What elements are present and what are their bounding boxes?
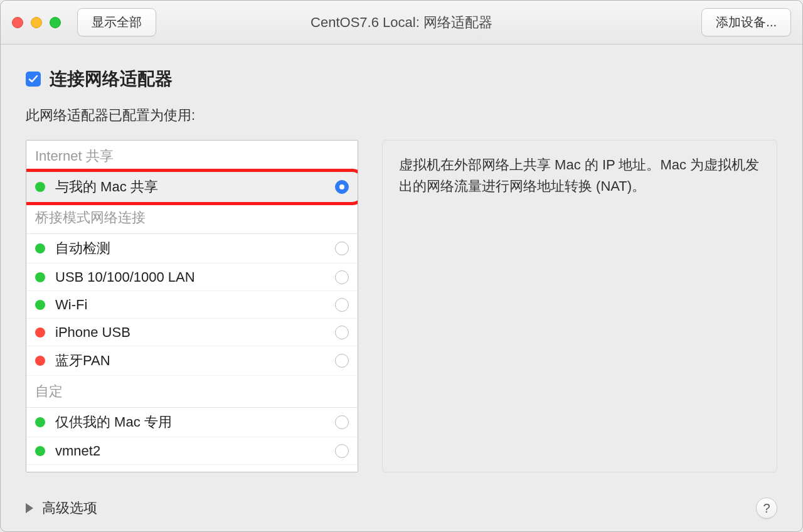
network-option-radio[interactable] xyxy=(335,242,349,255)
group-header: 桥接模式网络连接 xyxy=(26,202,358,234)
network-options-list: Internet 共享与我的 Mac 共享桥接模式网络连接自动检测USB 10/… xyxy=(26,140,358,472)
option-description-panel: 虚拟机在外部网络上共享 Mac 的 IP 地址。Mac 为虚拟机发出的网络流量进… xyxy=(382,140,777,472)
network-option-label: iPhone USB xyxy=(55,324,325,341)
network-option-label: 蓝牙PAN xyxy=(55,351,325,370)
status-dot-icon xyxy=(35,446,45,456)
status-dot-icon xyxy=(35,182,45,192)
network-option-radio[interactable] xyxy=(335,180,349,194)
config-description: 此网络适配器已配置为使用: xyxy=(26,106,777,125)
add-device-button[interactable]: 添加设备... xyxy=(701,8,791,36)
network-option-radio[interactable] xyxy=(335,326,349,339)
network-option-label: 自动检测 xyxy=(55,239,325,258)
network-option-row[interactable]: Wi-Fi xyxy=(26,291,358,319)
status-dot-icon xyxy=(35,272,45,282)
advanced-options-disclosure[interactable]: 高级选项 xyxy=(26,499,97,518)
network-option-row[interactable]: 与我的 Mac 共享 xyxy=(26,173,358,202)
network-option-row[interactable]: 仅供我的 Mac 专用 xyxy=(26,408,358,437)
group-header: Internet 共享 xyxy=(26,141,358,173)
check-icon xyxy=(28,74,38,84)
network-option-label: vmnet2 xyxy=(55,443,325,459)
network-option-label: Wi-Fi xyxy=(55,297,325,313)
connect-adapter-label: 连接网络适配器 xyxy=(50,67,173,91)
window-controls xyxy=(12,17,61,28)
network-option-row[interactable]: iPhone USB xyxy=(26,319,358,346)
close-icon[interactable] xyxy=(12,17,23,28)
status-dot-icon xyxy=(35,243,45,253)
network-option-row[interactable]: USB 10/100/1000 LAN xyxy=(26,263,358,291)
network-option-row[interactable]: 蓝牙PAN xyxy=(26,346,358,376)
status-dot-icon xyxy=(35,356,45,366)
network-option-row[interactable]: 自动检测 xyxy=(26,234,358,263)
help-button[interactable]: ? xyxy=(756,497,777,519)
advanced-options-label: 高级选项 xyxy=(42,499,97,518)
network-option-label: 与我的 Mac 共享 xyxy=(55,178,325,196)
connect-adapter-row: 连接网络适配器 xyxy=(26,67,777,91)
network-option-label: 仅供我的 Mac 专用 xyxy=(55,413,325,432)
network-option-radio[interactable] xyxy=(335,270,349,284)
group-header: 自定 xyxy=(26,376,358,408)
settings-window: 显示全部 CentOS7.6 Local: 网络适配器 添加设备... 连接网络… xyxy=(0,0,803,532)
network-option-radio[interactable] xyxy=(335,354,349,368)
triangle-right-icon xyxy=(26,503,33,513)
titlebar: 显示全部 CentOS7.6 Local: 网络适配器 添加设备... xyxy=(1,1,802,45)
status-dot-icon xyxy=(35,300,45,310)
connect-adapter-checkbox[interactable] xyxy=(26,72,41,87)
network-option-label: USB 10/100/1000 LAN xyxy=(55,269,325,285)
network-option-row[interactable]: vmnet2 xyxy=(26,437,358,465)
network-option-radio[interactable] xyxy=(335,444,349,458)
show-all-button[interactable]: 显示全部 xyxy=(77,8,156,36)
status-dot-icon xyxy=(35,327,45,338)
maximize-icon[interactable] xyxy=(50,17,61,28)
minimize-icon[interactable] xyxy=(31,17,42,28)
network-option-radio[interactable] xyxy=(335,298,349,312)
content-area: 连接网络适配器 此网络适配器已配置为使用: Internet 共享与我的 Mac… xyxy=(1,45,802,531)
status-dot-icon xyxy=(35,417,45,427)
network-option-radio[interactable] xyxy=(335,415,349,429)
